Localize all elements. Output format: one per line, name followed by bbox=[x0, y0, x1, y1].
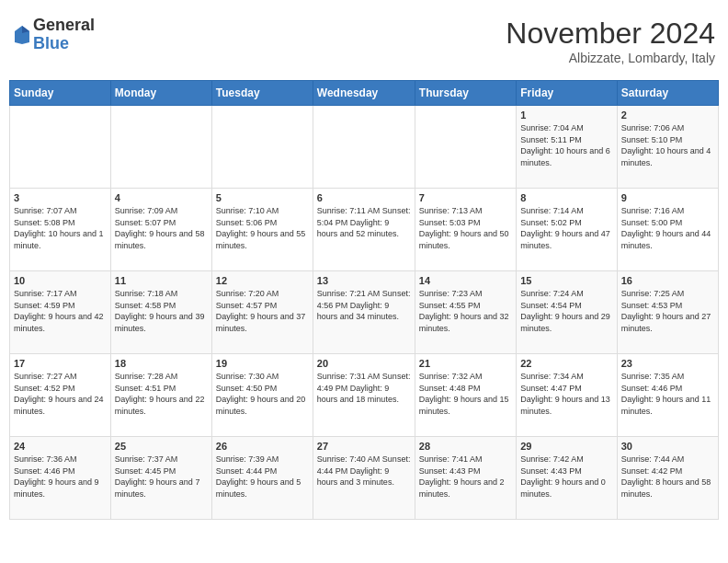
calendar-day-cell: 3Sunrise: 7:07 AM Sunset: 5:08 PM Daylig… bbox=[10, 189, 111, 271]
day-number: 27 bbox=[317, 441, 411, 452]
calendar-day-cell: 6Sunrise: 7:11 AM Sunset: 5:04 PM Daylig… bbox=[313, 189, 415, 271]
calendar-day-cell: 5Sunrise: 7:10 AM Sunset: 5:06 PM Daylig… bbox=[211, 189, 313, 271]
day-info: Sunrise: 7:32 AM Sunset: 4:48 PM Dayligh… bbox=[419, 371, 512, 417]
day-info: Sunrise: 7:25 AM Sunset: 4:53 PM Dayligh… bbox=[621, 288, 714, 334]
day-number: 19 bbox=[216, 358, 309, 369]
calendar-day-cell: 28Sunrise: 7:41 AM Sunset: 4:43 PM Dayli… bbox=[415, 437, 516, 520]
calendar-day-cell: 22Sunrise: 7:34 AM Sunset: 4:47 PM Dayli… bbox=[517, 354, 617, 437]
calendar-header-cell: Thursday bbox=[415, 81, 516, 106]
day-info: Sunrise: 7:40 AM Sunset: 4:44 PM Dayligh… bbox=[317, 454, 411, 488]
calendar-day-cell: 19Sunrise: 7:30 AM Sunset: 4:50 PM Dayli… bbox=[211, 354, 313, 437]
calendar-header-cell: Sunday bbox=[10, 81, 111, 106]
logo-icon bbox=[13, 24, 31, 46]
day-number: 17 bbox=[14, 358, 107, 369]
month-title: November 2024 bbox=[506, 17, 715, 51]
header: General Blue November 2024 Albizzate, Lo… bbox=[9, 9, 719, 73]
calendar-week-row: 3Sunrise: 7:07 AM Sunset: 5:08 PM Daylig… bbox=[10, 189, 719, 271]
day-info: Sunrise: 7:44 AM Sunset: 4:42 PM Dayligh… bbox=[621, 454, 714, 500]
calendar-day-cell: 20Sunrise: 7:31 AM Sunset: 4:49 PM Dayli… bbox=[313, 354, 415, 437]
day-number: 20 bbox=[317, 358, 411, 369]
calendar-day-cell: 10Sunrise: 7:17 AM Sunset: 4:59 PM Dayli… bbox=[10, 271, 111, 354]
day-info: Sunrise: 7:34 AM Sunset: 4:47 PM Dayligh… bbox=[520, 371, 612, 417]
calendar-day-cell: 15Sunrise: 7:24 AM Sunset: 4:54 PM Dayli… bbox=[517, 271, 617, 354]
calendar-week-row: 24Sunrise: 7:36 AM Sunset: 4:46 PM Dayli… bbox=[10, 437, 719, 520]
day-info: Sunrise: 7:28 AM Sunset: 4:51 PM Dayligh… bbox=[115, 371, 208, 417]
calendar-day-cell: 29Sunrise: 7:42 AM Sunset: 4:43 PM Dayli… bbox=[517, 437, 617, 520]
day-number: 10 bbox=[14, 275, 107, 286]
day-info: Sunrise: 7:09 AM Sunset: 5:07 PM Dayligh… bbox=[115, 205, 208, 251]
day-number: 28 bbox=[419, 441, 512, 452]
calendar-day-cell: 24Sunrise: 7:36 AM Sunset: 4:46 PM Dayli… bbox=[10, 437, 111, 520]
calendar-day-cell: 23Sunrise: 7:35 AM Sunset: 4:46 PM Dayli… bbox=[617, 354, 718, 437]
day-number: 12 bbox=[216, 275, 309, 286]
day-number: 9 bbox=[621, 192, 714, 203]
day-number: 2 bbox=[621, 109, 714, 121]
day-info: Sunrise: 7:04 AM Sunset: 5:11 PM Dayligh… bbox=[520, 122, 612, 168]
day-number: 15 bbox=[520, 275, 612, 286]
day-info: Sunrise: 7:06 AM Sunset: 5:10 PM Dayligh… bbox=[621, 122, 714, 168]
calendar-day-cell: 16Sunrise: 7:25 AM Sunset: 4:53 PM Dayli… bbox=[617, 271, 718, 354]
logo-blue-text: Blue bbox=[33, 35, 95, 53]
calendar-day-cell: 7Sunrise: 7:13 AM Sunset: 5:03 PM Daylig… bbox=[415, 189, 516, 271]
day-info: Sunrise: 7:20 AM Sunset: 4:57 PM Dayligh… bbox=[216, 288, 309, 334]
calendar-day-cell: 11Sunrise: 7:18 AM Sunset: 4:58 PM Dayli… bbox=[110, 271, 211, 354]
day-info: Sunrise: 7:24 AM Sunset: 4:54 PM Dayligh… bbox=[520, 288, 612, 334]
day-number: 4 bbox=[115, 192, 208, 203]
calendar-header-row: SundayMondayTuesdayWednesdayThursdayFrid… bbox=[10, 81, 719, 106]
day-info: Sunrise: 7:30 AM Sunset: 4:50 PM Dayligh… bbox=[216, 371, 309, 417]
day-number: 1 bbox=[520, 109, 612, 121]
day-info: Sunrise: 7:11 AM Sunset: 5:04 PM Dayligh… bbox=[317, 205, 411, 240]
day-info: Sunrise: 7:35 AM Sunset: 4:46 PM Dayligh… bbox=[621, 371, 714, 417]
day-number: 7 bbox=[419, 192, 512, 203]
calendar-day-cell: 4Sunrise: 7:09 AM Sunset: 5:07 PM Daylig… bbox=[110, 189, 211, 271]
day-number: 3 bbox=[14, 192, 107, 203]
calendar-header-cell: Saturday bbox=[617, 81, 718, 106]
day-number: 30 bbox=[621, 441, 714, 452]
calendar-day-cell: 25Sunrise: 7:37 AM Sunset: 4:45 PM Dayli… bbox=[110, 437, 211, 520]
day-number: 22 bbox=[520, 358, 612, 369]
day-number: 26 bbox=[216, 441, 309, 452]
day-info: Sunrise: 7:37 AM Sunset: 4:45 PM Dayligh… bbox=[115, 454, 208, 500]
calendar-body: 1Sunrise: 7:04 AM Sunset: 5:11 PM Daylig… bbox=[10, 106, 719, 520]
day-number: 11 bbox=[115, 275, 208, 286]
day-info: Sunrise: 7:39 AM Sunset: 4:44 PM Dayligh… bbox=[216, 454, 309, 500]
calendar-day-cell: 2Sunrise: 7:06 AM Sunset: 5:10 PM Daylig… bbox=[617, 106, 718, 189]
calendar-day-cell: 17Sunrise: 7:27 AM Sunset: 4:52 PM Dayli… bbox=[10, 354, 111, 437]
calendar-day-cell: 1Sunrise: 7:04 AM Sunset: 5:11 PM Daylig… bbox=[517, 106, 617, 189]
calendar-table: SundayMondayTuesdayWednesdayThursdayFrid… bbox=[9, 80, 719, 520]
calendar-day-cell: 9Sunrise: 7:16 AM Sunset: 5:00 PM Daylig… bbox=[617, 189, 718, 271]
calendar-header-cell: Wednesday bbox=[313, 81, 415, 106]
calendar-day-cell bbox=[110, 106, 211, 189]
title-area: November 2024 Albizzate, Lombardy, Italy bbox=[506, 17, 715, 65]
calendar-day-cell bbox=[313, 106, 415, 189]
calendar-day-cell: 27Sunrise: 7:40 AM Sunset: 4:44 PM Dayli… bbox=[313, 437, 415, 520]
calendar-week-row: 1Sunrise: 7:04 AM Sunset: 5:11 PM Daylig… bbox=[10, 106, 719, 189]
calendar-day-cell bbox=[10, 106, 111, 189]
day-number: 6 bbox=[317, 192, 411, 203]
calendar-day-cell: 8Sunrise: 7:14 AM Sunset: 5:02 PM Daylig… bbox=[517, 189, 617, 271]
day-number: 8 bbox=[520, 192, 612, 203]
day-number: 14 bbox=[419, 275, 512, 286]
day-info: Sunrise: 7:36 AM Sunset: 4:46 PM Dayligh… bbox=[14, 454, 107, 500]
logo: General Blue bbox=[13, 17, 95, 53]
calendar-header-cell: Tuesday bbox=[211, 81, 313, 106]
day-number: 29 bbox=[520, 441, 612, 452]
day-info: Sunrise: 7:21 AM Sunset: 4:56 PM Dayligh… bbox=[317, 288, 411, 323]
calendar-day-cell bbox=[415, 106, 516, 189]
calendar-day-cell bbox=[211, 106, 313, 189]
day-info: Sunrise: 7:27 AM Sunset: 4:52 PM Dayligh… bbox=[14, 371, 107, 417]
calendar-day-cell: 26Sunrise: 7:39 AM Sunset: 4:44 PM Dayli… bbox=[211, 437, 313, 520]
calendar-day-cell: 14Sunrise: 7:23 AM Sunset: 4:55 PM Dayli… bbox=[415, 271, 516, 354]
day-number: 13 bbox=[317, 275, 411, 286]
calendar-day-cell: 21Sunrise: 7:32 AM Sunset: 4:48 PM Dayli… bbox=[415, 354, 516, 437]
day-info: Sunrise: 7:13 AM Sunset: 5:03 PM Dayligh… bbox=[419, 205, 512, 251]
day-info: Sunrise: 7:18 AM Sunset: 4:58 PM Dayligh… bbox=[115, 288, 208, 334]
day-info: Sunrise: 7:41 AM Sunset: 4:43 PM Dayligh… bbox=[419, 454, 512, 500]
day-number: 5 bbox=[216, 192, 309, 203]
day-info: Sunrise: 7:17 AM Sunset: 4:59 PM Dayligh… bbox=[14, 288, 107, 334]
calendar-day-cell: 12Sunrise: 7:20 AM Sunset: 4:57 PM Dayli… bbox=[211, 271, 313, 354]
day-number: 16 bbox=[621, 275, 714, 286]
calendar-week-row: 10Sunrise: 7:17 AM Sunset: 4:59 PM Dayli… bbox=[10, 271, 719, 354]
calendar-day-cell: 13Sunrise: 7:21 AM Sunset: 4:56 PM Dayli… bbox=[313, 271, 415, 354]
calendar-header-cell: Friday bbox=[517, 81, 617, 106]
